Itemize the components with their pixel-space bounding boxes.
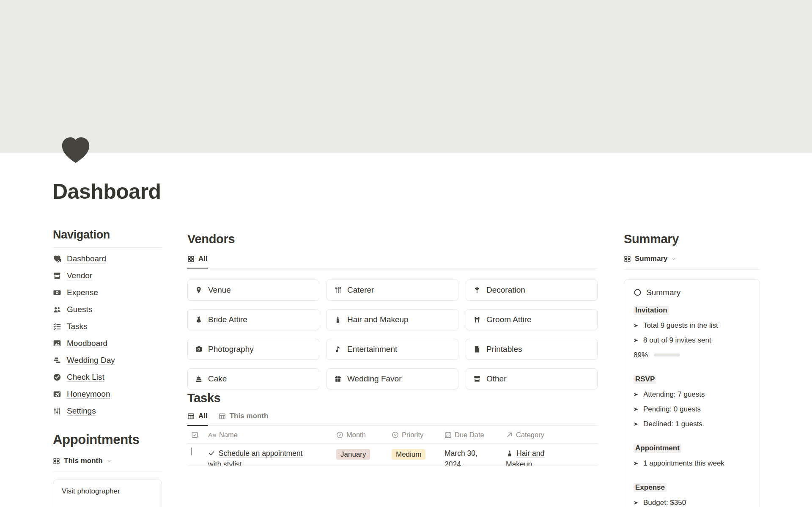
column-header-due-date[interactable]: Due Date	[444, 431, 506, 439]
column-header-priority[interactable]: Priority	[392, 431, 444, 439]
column-header-category[interactable]: Category	[506, 431, 598, 439]
heart-arrow-icon	[53, 255, 61, 263]
column-header-month[interactable]: Month	[336, 431, 392, 439]
select-all-checkbox[interactable]	[187, 431, 208, 438]
vendor-label: Cake	[208, 374, 227, 384]
sidebar-item-dashboard[interactable]: Dashboard	[53, 250, 162, 267]
sidebar-item-label: Tasks	[67, 322, 88, 331]
vendor-card-other[interactable]: Other	[466, 368, 598, 389]
column-label: Due Date	[455, 431, 484, 439]
sidebar-item-honeymoon[interactable]: Honeymoon	[53, 386, 162, 403]
section-heading-rsvp: RSVP	[634, 375, 656, 384]
vendor-label: Hair and Makeup	[347, 315, 409, 324]
sidebar-item-check-list[interactable]: Check List	[53, 369, 162, 386]
task-name-cell: Schedule an appointment with stylist	[208, 448, 310, 466]
sidebar-item-moodboard[interactable]: Moodboard	[53, 335, 162, 352]
vendor-card-cake[interactable]: Cake	[187, 368, 319, 389]
progress-bar	[654, 354, 680, 356]
view-tab-label: This month	[230, 412, 269, 420]
summary-card-title: Summary	[646, 288, 680, 297]
sidebar-item-label: Wedding Day	[67, 356, 115, 365]
chevron-down-icon	[671, 256, 676, 261]
tasks-tab-this-month[interactable]: This month	[219, 412, 269, 420]
select-icon	[392, 431, 399, 438]
grid-icon	[53, 458, 60, 465]
column-label: Category	[516, 431, 544, 439]
vendor-card-decoration[interactable]: Decoration	[466, 280, 598, 301]
summary-view-tab[interactable]: Summary	[624, 255, 676, 263]
image-icon	[53, 339, 61, 348]
view-tab-label: All	[198, 255, 208, 263]
section-heading-expense: Expense	[634, 483, 667, 492]
music-note-icon	[334, 345, 342, 353]
sidebar-item-guests[interactable]: Guests	[53, 301, 162, 318]
vendor-label: Bride Attire	[208, 315, 247, 324]
page-cover	[0, 0, 812, 153]
tasks-table-header: Aa Name Month Priority Due Date Category	[187, 426, 598, 444]
navigation-title: Navigation	[53, 228, 162, 241]
airplane-card-icon	[53, 390, 61, 398]
sidebar-item-wedding-day[interactable]: Wedding Day	[53, 352, 162, 369]
check-circle-icon	[53, 373, 61, 381]
appointment-name: Visit photographer	[62, 487, 153, 496]
column-header-name[interactable]: Aa Name	[208, 431, 336, 439]
lipstick-icon	[334, 316, 342, 323]
page-title[interactable]: Dashboard	[52, 179, 161, 204]
section-heading-appointment: Appointment	[634, 444, 681, 453]
bars-icon	[53, 356, 61, 364]
table-icon	[219, 413, 226, 420]
vendors-tab-all[interactable]: All	[187, 255, 208, 263]
vendor-label: Printables	[486, 345, 522, 354]
text-type-icon: Aa	[208, 431, 216, 439]
people-icon	[53, 305, 61, 314]
calendar-icon	[444, 431, 452, 438]
view-tab-label: This month	[64, 457, 103, 465]
sliders-icon	[53, 407, 61, 415]
map-pin-icon	[195, 286, 203, 294]
vendor-card-venue[interactable]: Venue	[187, 280, 319, 301]
vendor-label: Entertainment	[347, 345, 397, 354]
sidebar-item-settings[interactable]: Settings	[53, 403, 162, 419]
select-icon	[336, 431, 343, 438]
checkbox-checked-icon	[191, 431, 198, 438]
storefront-icon	[53, 271, 61, 280]
sidebar-item-expense[interactable]: Expense	[53, 284, 162, 301]
storefront-icon	[473, 375, 481, 383]
gift-icon	[334, 375, 342, 383]
sidebar-item-tasks[interactable]: Tasks	[53, 318, 162, 335]
summary-panel: Summary Summary Summary Invitation Total…	[624, 230, 760, 507]
summary-line: Declined: 1 guests	[634, 420, 750, 428]
sidebar-item-label: Moodboard	[67, 339, 107, 348]
vendor-grid: Venue Caterer Decoration Bride Attire Ha…	[187, 280, 598, 389]
vendor-card-groom-attire[interactable]: Groom Attire	[466, 309, 598, 330]
vendor-card-bride-attire[interactable]: Bride Attire	[187, 309, 319, 330]
vendor-card-wedding-favor[interactable]: Wedding Favor	[326, 368, 458, 389]
due-date-cell[interactable]: March 30, 2024	[444, 448, 492, 466]
priority-tag[interactable]: Medium	[392, 449, 425, 460]
summary-title: Summary	[624, 232, 760, 246]
month-tag[interactable]: January	[336, 449, 370, 460]
sidebar-item-vendor[interactable]: Vendor	[53, 267, 162, 284]
vendor-card-photography[interactable]: Photography	[187, 339, 319, 360]
vendor-label: Caterer	[347, 285, 374, 295]
heart-icon[interactable]	[59, 134, 92, 167]
bullet-arrow-icon	[634, 422, 639, 427]
task-name-link[interactable]: Schedule an appointment with stylist	[208, 449, 302, 466]
arrow-up-right-icon	[506, 431, 513, 438]
bullet-arrow-icon	[634, 338, 639, 343]
vendor-card-entertainment[interactable]: Entertainment	[326, 339, 458, 360]
vendor-card-caterer[interactable]: Caterer	[326, 280, 458, 301]
row-checkbox[interactable]	[191, 447, 192, 455]
vendor-card-printables[interactable]: Printables	[466, 339, 598, 360]
tasks-tab-all[interactable]: All	[187, 412, 208, 420]
grid-icon	[187, 255, 195, 263]
tuxedo-icon	[473, 316, 481, 323]
appointments-view-tab[interactable]: This month	[53, 457, 112, 465]
tasks-table: Aa Name Month Priority Due Date Category	[187, 426, 598, 466]
sidebar-item-label: Dashboard	[67, 254, 106, 263]
sidebar: Navigation Dashboard Vendor Expense Gues…	[53, 228, 162, 507]
summary-card[interactable]: Summary Invitation Total 9 guests in the…	[624, 279, 760, 507]
vendor-label: Wedding Favor	[347, 374, 402, 384]
vendor-card-hair-and-makeup[interactable]: Hair and Makeup	[326, 309, 458, 330]
appointment-card[interactable]: Visit photographer	[53, 480, 162, 507]
